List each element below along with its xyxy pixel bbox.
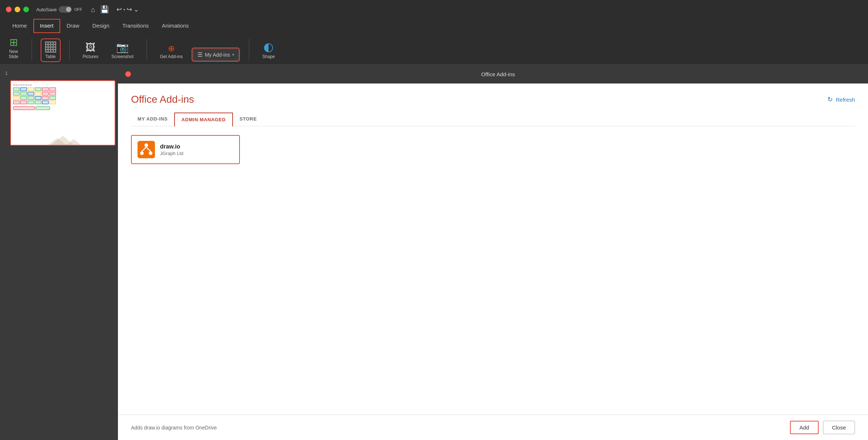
svg-point-5 [149, 151, 152, 155]
table-icon [45, 41, 56, 53]
dialog-body: Office Add-ins ↻ Refresh MY ADD-INS ADMI… [118, 83, 868, 415]
dialog-footer: Adds draw.io diagrams from OneDrive Add … [118, 415, 868, 440]
screenshot-icon: 📷 [116, 42, 129, 53]
addin-logo [138, 141, 155, 158]
autosave-state: OFF [74, 7, 82, 12]
undo-redo-area: ↩ ▾ ↪ ⌄ [116, 5, 139, 13]
get-addins-button[interactable]: ⊕ Get Add-ins [157, 43, 186, 61]
tab-store[interactable]: STORE [233, 113, 263, 126]
shapes-icon: ◐ [263, 41, 274, 53]
refresh-icon: ↻ [827, 95, 833, 103]
redo-button[interactable]: ↪ [127, 5, 132, 13]
shapes-button[interactable]: ◐ Shape [259, 40, 278, 61]
dropdown-arrow-icon: ▾ [232, 53, 234, 57]
dialog-titlebar: Office Add-ins [118, 65, 868, 83]
get-addins-icon: ⊕ [168, 45, 175, 53]
tab-animations[interactable]: Animations [155, 19, 195, 33]
undo-dropdown[interactable]: ▾ [123, 8, 125, 12]
svg-line-7 [146, 147, 151, 151]
autosave-label: AutoSave [36, 7, 57, 12]
dialog-tabs: MY ADD-INS ADMIN MANAGED STORE [131, 113, 855, 126]
addin-vendor: JGraph Ltd [160, 151, 183, 156]
addins-list: draw.io JGraph Ltd [131, 135, 855, 164]
refresh-label: Refresh [836, 97, 855, 103]
undo-button[interactable]: ↩ [116, 5, 122, 13]
minimize-window-button[interactable] [15, 7, 20, 12]
get-addins-label: Get Add-ins [160, 54, 183, 59]
tab-admin-managed[interactable]: ADMIN MANAGED [174, 113, 233, 126]
slide-content-preview: ••• ••• ••• ••• ••• ••• ••• ••• [11, 81, 115, 145]
my-addins-label: My Add-ins [205, 52, 230, 58]
toggle-knob [66, 7, 71, 12]
title-icons: ⌂ 💾 [91, 5, 109, 14]
dialog-title: Office Add-ins [135, 71, 861, 77]
autosave-area: AutoSave OFF [36, 6, 82, 13]
title-bar: AutoSave OFF ⌂ 💾 ↩ ▾ ↪ ⌄ [0, 0, 868, 19]
tab-insert[interactable]: Insert [33, 19, 60, 33]
my-addins-dropdown[interactable]: ☰ My Add-ins ▾ [193, 49, 238, 61]
drawio-logo-svg [139, 142, 153, 157]
tab-draw[interactable]: Draw [60, 19, 86, 33]
close-button[interactable]: Close [823, 421, 855, 434]
svg-point-3 [144, 143, 148, 147]
ribbon-tabs: Home Insert Draw Design Transitions Anim… [0, 19, 868, 33]
tab-my-addins[interactable]: MY ADD-INS [131, 113, 174, 126]
ribbon: Home Insert Draw Design Transitions Anim… [0, 19, 868, 65]
save-icon[interactable]: 💾 [100, 5, 109, 14]
my-addins-icon: ☰ [197, 51, 202, 58]
addin-card-drawio[interactable]: draw.io JGraph Ltd [131, 135, 240, 164]
slide-panel: 1 ••• ••• ••• ••• ••• ••• ••• ••• [0, 65, 118, 440]
separator-1 [32, 39, 32, 61]
maximize-window-button[interactable] [23, 7, 29, 12]
addins-dialog: Office Add-ins Office Add-ins ↻ Refresh … [118, 65, 868, 440]
home-icon[interactable]: ⌂ [91, 5, 95, 14]
svg-line-6 [142, 147, 146, 151]
table-label: Table [45, 54, 56, 59]
new-slide-icon: ⊞ [9, 37, 18, 48]
shapes-label: Shape [262, 54, 275, 59]
svg-point-4 [140, 151, 144, 155]
more-button[interactable]: ⌄ [134, 5, 139, 13]
ribbon-content: ⊞ New Slide Table 🖼 Pictures 📷 Screensho… [0, 33, 868, 64]
new-slide-button[interactable]: ⊞ New Slide [6, 36, 21, 61]
tab-home[interactable]: Home [6, 19, 33, 33]
main-area: 1 ••• ••• ••• ••• ••• ••• ••• ••• [0, 65, 868, 440]
screenshot-label: Screenshot [111, 54, 134, 59]
slide-thumbnail[interactable]: ••• ••• ••• ••• ••• ••• ••• ••• [10, 80, 115, 146]
dialog-heading: Office Add-ins ↻ Refresh [131, 94, 855, 105]
dialog-heading-title: Office Add-ins [131, 94, 194, 105]
footer-description: Adds draw.io diagrams from OneDrive [131, 425, 217, 431]
separator-4 [249, 39, 249, 61]
refresh-button[interactable]: ↻ Refresh [827, 95, 855, 103]
pictures-label: Pictures [83, 54, 98, 59]
separator-3 [147, 39, 147, 61]
addin-info: draw.io JGraph Ltd [160, 143, 183, 156]
dialog-close-button[interactable] [125, 71, 131, 77]
footer-buttons: Add Close [790, 421, 855, 434]
close-window-button[interactable] [6, 7, 12, 12]
pictures-icon: 🖼 [85, 42, 95, 53]
separator-2 [69, 39, 70, 61]
slide-number: 1 [3, 69, 115, 77]
autosave-toggle[interactable] [59, 6, 72, 13]
table-button[interactable]: Table [42, 40, 59, 61]
add-button[interactable]: Add [790, 421, 819, 434]
tab-design[interactable]: Design [86, 19, 116, 33]
addin-name: draw.io [160, 143, 183, 150]
tab-transitions[interactable]: Transitions [116, 19, 155, 33]
new-slide-label: New Slide [9, 49, 19, 59]
traffic-lights [6, 7, 29, 12]
pictures-button[interactable]: 🖼 Pictures [80, 41, 101, 61]
screenshot-button[interactable]: 📷 Screenshot [108, 41, 136, 61]
